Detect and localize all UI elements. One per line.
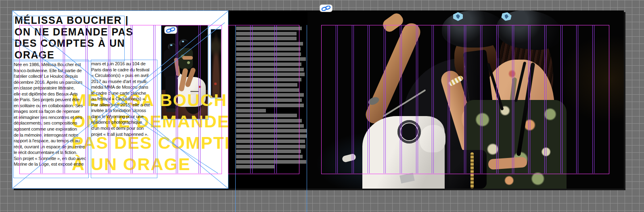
body-text-line: résidence photographique: [91, 119, 158, 125]
body-text-line: Son projet « Sonnette », en duo avec: [14, 156, 89, 162]
title-line: MÉLISSA BOUCHER |: [15, 15, 134, 26]
helmet-sticker-icon: [182, 41, 184, 42]
greeked-text-bar: [236, 145, 305, 148]
greeked-text-bar: [236, 37, 297, 40]
scooter-speedometer: [397, 120, 421, 143]
man-hand: [381, 11, 406, 34]
greeked-text-bar: [236, 124, 304, 128]
greeked-text-bar: [236, 104, 304, 107]
title-line: ON NE DEMANDE PAS: [15, 26, 134, 38]
greeked-text-bar: [236, 42, 303, 46]
pasteboard-canvas: MÉLISSA BOUCHER |ON NE DEMANDEPAS DES CO…: [0, 0, 644, 212]
link-badge[interactable]: [320, 5, 332, 12]
body-text-line: en solitaire ou en collaboration. Ses: [14, 103, 89, 109]
man-helmet: [168, 43, 176, 50]
handbag: [449, 150, 487, 189]
greeked-text-bar: [236, 93, 304, 97]
greeked-text-frame[interactable]: [236, 27, 307, 170]
body-text-line: Paris dans le cadre du festival: [91, 67, 158, 73]
body-text-line: agissent comme une exploration: [14, 126, 89, 132]
body-text-line: au festival « Circulation(s) ».: [91, 96, 158, 102]
photo-sliver-frame[interactable]: [211, 29, 221, 98]
tail-light: [199, 86, 201, 88]
greeked-text-bar: [236, 73, 305, 76]
scooter-headlight-housing: [420, 125, 445, 152]
tattoo: [508, 69, 516, 78]
body-text-line: récit, ouvrant un espace de jeu entre: [14, 144, 89, 150]
greeked-text-bar: [236, 27, 302, 30]
body-text-line: 2017 au musée d'art et multi-: [91, 79, 158, 85]
woman-helmet: [179, 39, 188, 47]
overlay-title-line: À UN ORAGE: [72, 154, 228, 175]
body-text-line: de Paris. Ses projets peuvent être: [14, 97, 89, 103]
greeked-text-bar: [236, 129, 307, 133]
greeked-text-bar: [236, 134, 307, 138]
greeked-text-bar: [236, 78, 301, 81]
body-text-line: et réimaginer ses rencontres et ses: [14, 114, 89, 121]
body-text-line: déplacements, ses compositions: [14, 120, 89, 126]
greeked-text-bar: [236, 32, 297, 35]
body-text-line: décembre 2016. Après un parcours: [14, 79, 89, 85]
body-text-line: Née en 1986, Mélissa Boucher est: [14, 62, 89, 68]
greeked-text-bar: [236, 160, 306, 164]
greeked-text-bar: [236, 139, 305, 143]
greeked-text-bar: [236, 150, 301, 153]
greeked-text-bar: [236, 68, 304, 71]
woman-arm: [182, 56, 193, 60]
body-text-line: rapport à l'espace, au temps et au: [14, 138, 89, 144]
photo-ambient: [558, 35, 624, 123]
title-line: ORAGE: [15, 49, 134, 61]
chain-link-icon: [166, 27, 176, 33]
greeked-text-bar: [236, 47, 301, 51]
body-text-line: elle est diplômée des Beaux-Arts: [14, 91, 89, 97]
body-text-line: Marine de la Loge, est exposé entre: [14, 161, 89, 167]
body-text-line: projet « It all just hapenned ».: [91, 131, 158, 137]
body-text-line: « Circulation(s) » puis en avril: [91, 73, 158, 79]
link-badge[interactable]: [165, 27, 177, 33]
body-text-line: de la mémoire, interrogeant notre: [14, 132, 89, 138]
bag-chain: [470, 152, 474, 189]
body-text-column-2[interactable]: mars et juin 2016 au 104 deParis dans le…: [91, 61, 158, 141]
body-text-line: franco-bolivienne. Elle fait partie de: [14, 68, 89, 74]
greeked-text-bar: [236, 62, 301, 66]
page-left[interactable]: MÉLISSA BOUCHER |ON NE DEMANDEPAS DES CO…: [12, 10, 228, 189]
body-text-line: l'atelier collectif Le Houloc depuis: [14, 73, 89, 79]
title-line: DES COMPTES À UN: [15, 37, 134, 49]
document-spread: MÉLISSA BOUCHER |ON NE DEMANDEPAS DES CO…: [12, 10, 624, 189]
body-text-line: d'un mois et demi pour son: [91, 125, 158, 131]
body-text-column-1[interactable]: Née en 1986, Mélissa Boucher estfranco-b…: [14, 62, 89, 175]
body-text-line: média MMA de Moscou dans: [91, 84, 158, 90]
body-text-line: dans le Wyoming pour une: [91, 114, 158, 120]
greeked-text-bar: [236, 155, 303, 158]
chain-link-icon: [321, 6, 331, 11]
greeked-text-bar: [236, 52, 301, 56]
page-middle-black-panel[interactable]: [228, 10, 307, 189]
body-text-line: Par ailleurs en 2015, elle a été: [91, 102, 158, 108]
man-helmet: [442, 10, 505, 48]
greeked-text-bar: [236, 114, 297, 117]
helmet-sticker-icon: [170, 44, 172, 46]
body-text-line: invitée à la fondation Ucross: [91, 108, 158, 114]
greeked-text-bar: [236, 57, 306, 61]
body-text-line: en classe préparatoire littéraire,: [14, 85, 89, 91]
greeked-text-bar: [236, 83, 297, 87]
body-text-line: mars et juin 2016 au 104 de: [91, 61, 158, 67]
tail-light: [214, 83, 217, 85]
greeked-text-bar: [236, 98, 302, 102]
body-text-line: le cadre d'une carte blanche: [91, 90, 158, 96]
greeked-text-bar: [236, 119, 302, 123]
article-title[interactable]: MÉLISSA BOUCHER |ON NE DEMANDE PASDES CO…: [15, 15, 134, 60]
body-text-line: images sont sa façon de repenser: [14, 108, 89, 114]
page-right-photo[interactable]: [307, 10, 624, 189]
greeked-text-bar: [236, 109, 266, 112]
greeked-text-bar: [236, 88, 299, 92]
greeked-text-bar: [236, 165, 274, 168]
body-text-line: le récit documentaire et la fiction.: [14, 150, 89, 156]
